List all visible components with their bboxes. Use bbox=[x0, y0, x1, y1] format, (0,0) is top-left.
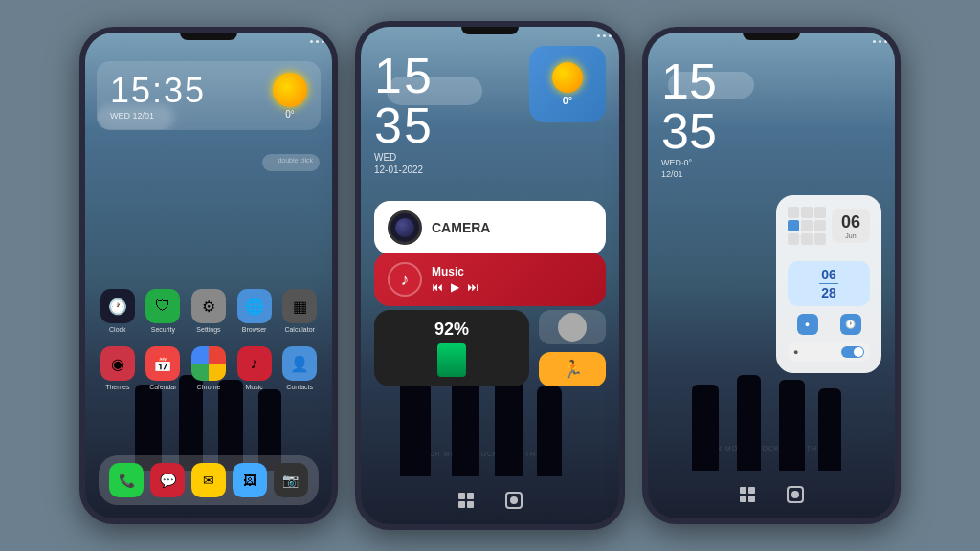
music-label: Music bbox=[432, 265, 479, 278]
small-widgets-row: 92% 🏃 bbox=[374, 310, 606, 386]
grid-icon[interactable] bbox=[452, 486, 480, 515]
app-chrome-label: Chrome bbox=[197, 384, 221, 390]
app-calendar[interactable]: 📅 Calendar bbox=[145, 346, 180, 390]
app-calendar-icon: 📅 bbox=[145, 346, 180, 381]
phone-1: 15:35 WED 12/01 0° double click 🕐 Clock … bbox=[79, 27, 338, 524]
grid-cell bbox=[458, 493, 465, 499]
cal-cell-6 bbox=[814, 220, 826, 231]
music-info: Music ⏮ ▶ ⏭ bbox=[432, 265, 479, 294]
clock-date-2: WED bbox=[374, 152, 434, 163]
wp-icon-2[interactable]: 🕐 bbox=[840, 314, 861, 335]
wp-toggle[interactable]: ● bbox=[788, 342, 870, 362]
camera-lens-icon bbox=[388, 210, 422, 245]
next-icon[interactable]: ⏭ bbox=[467, 280, 479, 294]
dock-phone[interactable]: 📞 bbox=[109, 463, 144, 497]
app-music[interactable]: ♪ Music bbox=[237, 346, 272, 390]
app-contacts-label: Contacts bbox=[286, 384, 313, 390]
signal-icon bbox=[310, 40, 313, 43]
camera-widget[interactable]: CAMERA bbox=[374, 201, 606, 254]
mini-widgets: 🏃 bbox=[539, 310, 606, 386]
camera-frame-3 bbox=[787, 486, 804, 503]
cal-cell-5 bbox=[801, 220, 813, 231]
app-security-icon: 🛡 bbox=[145, 289, 180, 323]
wp-separator bbox=[788, 253, 870, 253]
weather-right: 0° bbox=[273, 73, 307, 120]
fig-p3-3 bbox=[779, 380, 805, 471]
circle-icon bbox=[558, 313, 587, 342]
music-widget[interactable]: ♪ Music ⏮ ▶ ⏭ bbox=[374, 253, 606, 306]
camera-bottom-frame bbox=[505, 492, 523, 509]
music-note-icon: ♪ bbox=[401, 270, 410, 290]
clock-fulldate-2: 12-01-2022 bbox=[374, 165, 434, 175]
dock-camera[interactable]: 📷 bbox=[274, 463, 308, 497]
app-row-1: 🕐 Clock 🛡 Security ⚙ Settings 🌐 Browser … bbox=[95, 289, 323, 333]
clock-small-icon: 🕐 bbox=[845, 320, 856, 329]
double-click-label: double click bbox=[278, 157, 313, 164]
battery-pct: 92% bbox=[434, 320, 469, 340]
status-bar-3 bbox=[656, 40, 887, 43]
play-icon[interactable]: ▶ bbox=[451, 280, 459, 294]
prev-icon[interactable]: ⏮ bbox=[432, 280, 443, 294]
clock-left: 15:35 WED 12/01 bbox=[110, 71, 206, 121]
app-settings-label: Settings bbox=[196, 326, 220, 333]
grid-icon-3[interactable] bbox=[733, 480, 762, 509]
app-chrome[interactable]: Chrome bbox=[191, 346, 226, 390]
grid-cell-3 bbox=[740, 487, 746, 494]
fig-p3-2 bbox=[737, 375, 761, 471]
dock-gallery[interactable]: 🖼 bbox=[233, 463, 267, 497]
app-settings[interactable]: ⚙ Settings bbox=[191, 289, 226, 333]
clock-line1-3: 15 bbox=[661, 56, 717, 106]
widget-panel-3[interactable]: 06 Jun 06 28 ● 🕐 ● bbox=[776, 195, 881, 373]
weather-widget-2[interactable]: 0° bbox=[529, 46, 606, 122]
fig-p3-1 bbox=[692, 385, 719, 471]
dock-messages-icon: 💬 bbox=[150, 463, 185, 497]
wp-clock-divider bbox=[819, 283, 838, 284]
camera-label: CAMERA bbox=[432, 220, 490, 235]
app-security[interactable]: 🛡 Security bbox=[145, 289, 180, 333]
cal-cell-3 bbox=[814, 207, 826, 218]
app-calculator[interactable]: ▦ Calculator bbox=[282, 289, 317, 333]
app-clock[interactable]: 🕐 Clock bbox=[100, 289, 135, 333]
dock-1: 📞 💬 ✉ 🖼 📷 bbox=[99, 455, 319, 505]
wp-icon-row: ● 🕐 bbox=[788, 314, 870, 335]
mini-widget-2[interactable]: 🏃 bbox=[539, 352, 606, 386]
wp-date-box: 06 Jun bbox=[832, 209, 870, 243]
app-themes-label: Themes bbox=[105, 384, 129, 390]
app-grid-1: 🕐 Clock 🛡 Security ⚙ Settings 🌐 Browser … bbox=[95, 289, 323, 404]
wp-date-num: 06 bbox=[839, 212, 862, 232]
camera-lens-inner bbox=[395, 218, 414, 237]
app-browser[interactable]: 🌐 Browser bbox=[237, 289, 272, 333]
fig-p2-3 bbox=[495, 376, 523, 476]
app-contacts[interactable]: 👤 Contacts bbox=[282, 346, 317, 390]
grid-cell-3 bbox=[740, 496, 746, 502]
cal-cell-9 bbox=[814, 233, 826, 245]
clock-line1: 15 bbox=[374, 51, 434, 100]
p3-wifi-icon bbox=[879, 40, 881, 43]
toggle-switch[interactable] bbox=[841, 346, 864, 358]
wp-icon-1[interactable]: ● bbox=[797, 314, 818, 335]
phone-2: 15 35 WED 12-01-2022 0° CAMERA ♪ Music ⏮… bbox=[355, 21, 625, 530]
wp-clock-top: 06 bbox=[821, 267, 836, 282]
p2-wifi-icon bbox=[603, 34, 606, 37]
battery-widget[interactable]: 92% bbox=[374, 310, 529, 386]
music-app-icon: ♪ bbox=[388, 262, 422, 297]
camera-bottom-icon[interactable] bbox=[500, 486, 528, 515]
dock-messages2[interactable]: ✉ bbox=[191, 463, 226, 497]
app-calendar-label: Calendar bbox=[149, 384, 176, 390]
grid-cell bbox=[467, 493, 474, 499]
app-clock-icon: 🕐 bbox=[100, 289, 135, 323]
weather-temp-2: 0° bbox=[563, 95, 573, 106]
cal-cell-2 bbox=[801, 207, 813, 218]
p3-battery-icon bbox=[884, 40, 887, 43]
cal-cell-1 bbox=[788, 207, 799, 218]
app-security-label: Security bbox=[151, 326, 175, 333]
mini-widget-1[interactable] bbox=[539, 310, 606, 344]
camera-bottom-icon-3[interactable] bbox=[781, 480, 810, 509]
dock-messages[interactable]: 💬 bbox=[150, 463, 185, 497]
app-themes[interactable]: ◉ Themes bbox=[100, 346, 135, 390]
weather-temp-1: 0° bbox=[285, 109, 295, 120]
run-icon: 🏃 bbox=[562, 359, 583, 380]
wp-clock-bottom: 28 bbox=[821, 285, 836, 300]
clock-widget-1[interactable]: 15:35 WED 12/01 0° bbox=[97, 61, 321, 130]
weather-sun-2 bbox=[552, 62, 583, 93]
